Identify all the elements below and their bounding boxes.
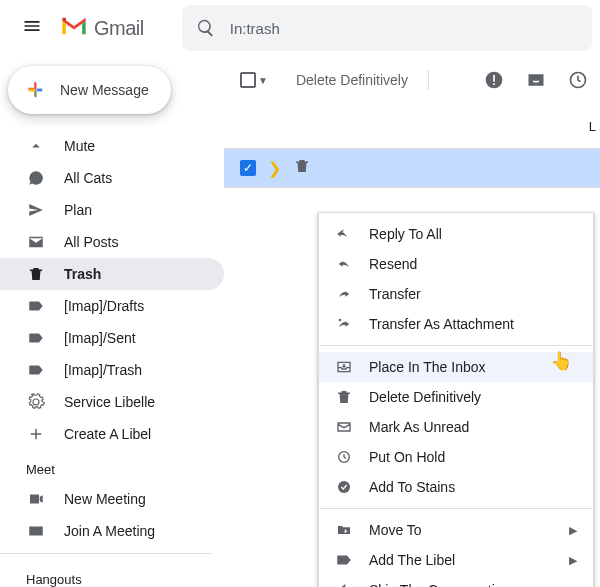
ctx-transfer-as-attachment[interactable]: Transfer As Attachment: [319, 309, 593, 339]
compose-plus-icon: [22, 77, 48, 103]
mail-row[interactable]: ✓ ❯: [224, 148, 600, 188]
select-all-checkbox[interactable]: ▼: [240, 72, 268, 88]
sidebar-item-all-posts[interactable]: All Posts: [0, 226, 224, 258]
label-icon: [26, 328, 46, 348]
label-icon: [26, 360, 46, 380]
ctx-mark-as-unread[interactable]: Mark As Unread: [319, 412, 593, 442]
search-icon: [196, 18, 216, 38]
ctx-place-in-the-inbox[interactable]: Place In The Inbox: [319, 352, 593, 382]
trash-icon: [26, 264, 46, 284]
svg-rect-2: [493, 83, 495, 85]
gmail-wordmark: Gmail: [94, 17, 144, 40]
label-icon: [26, 296, 46, 316]
sidebar-item-create-a-libel[interactable]: Create A Libel: [0, 418, 224, 450]
ctx-put-on-hold[interactable]: Put On Hold: [319, 442, 593, 472]
banner-strip: L: [224, 104, 600, 148]
delete-forever-button[interactable]: Delete Definitively: [296, 72, 408, 88]
ctx-resend[interactable]: Resend: [319, 249, 593, 279]
sidebar-divider: [0, 553, 212, 554]
reply-all-icon: [335, 225, 353, 243]
context-menu-separator: [319, 345, 593, 346]
unread-icon: [335, 418, 353, 436]
ctx-transfer[interactable]: Transfer: [319, 279, 593, 309]
sidebar-item-plan[interactable]: Plan: [0, 194, 224, 226]
meet-section-title: Meet: [0, 450, 224, 483]
ctx-add-the-libel[interactable]: Add The Libel▶: [319, 545, 593, 575]
main-menu-button[interactable]: [8, 4, 56, 52]
add-task-icon: [335, 478, 353, 496]
search-bar[interactable]: [182, 5, 592, 51]
ctx-reply-to-all[interactable]: Reply To All: [319, 219, 593, 249]
sidebar-item--imap-drafts[interactable]: [Imap]/Drafts: [0, 290, 224, 322]
hangouts-section-title: Hangouts: [0, 560, 224, 587]
inbox-icon: [335, 358, 353, 376]
submenu-arrow-icon: ▶: [569, 524, 577, 537]
video-icon: [26, 489, 46, 509]
compose-button[interactable]: New Message: [8, 66, 171, 114]
snooze-clock-icon[interactable]: [568, 70, 588, 90]
gmail-m-icon: [60, 15, 88, 41]
chat-icon: [26, 168, 46, 188]
row-checkbox-checked[interactable]: ✓: [240, 160, 256, 176]
less-icon: [26, 136, 46, 156]
ctx-delete-definitively[interactable]: Delete Definitively: [319, 382, 593, 412]
attach-fwd-icon: [335, 315, 353, 333]
toolbar-separator: [428, 70, 429, 90]
gmail-logo[interactable]: Gmail: [60, 15, 144, 41]
checkbox-icon: [240, 72, 256, 88]
search-input[interactable]: [230, 20, 592, 37]
hamburger-icon: [22, 16, 42, 40]
trash-icon: [335, 388, 353, 406]
folder-icon: [335, 521, 353, 539]
ctx-add-to-stains[interactable]: Add To Stains: [319, 472, 593, 502]
ctx-move-to[interactable]: Move To▶: [319, 515, 593, 545]
sidebar-item-trash[interactable]: Trash: [0, 258, 224, 290]
forward-icon: [335, 285, 353, 303]
svg-point-4: [339, 319, 342, 322]
ctx-skip-the-conversation[interactable]: Skip The Conversation: [319, 575, 593, 587]
svg-point-6: [338, 481, 350, 493]
spam-icon[interactable]: [484, 70, 504, 90]
sidebar-item--imap-trash[interactable]: [Imap]/Trash: [0, 354, 224, 386]
meet-join-meeting[interactable]: Join A Meeting: [0, 515, 224, 547]
sidebar-item--imap-sent[interactable]: [Imap]/Sent: [0, 322, 224, 354]
sidebar-item-service-libelle[interactable]: Service Libelle: [0, 386, 224, 418]
keyboard-icon: [26, 521, 46, 541]
trash-icon: [293, 157, 311, 179]
meet-new-meeting[interactable]: New Meeting: [0, 483, 224, 515]
context-menu-separator: [319, 508, 593, 509]
settings-icon: [26, 392, 46, 412]
chevron-down-icon: ▼: [258, 75, 268, 86]
sidebar-item-all-cats[interactable]: All Cats: [0, 162, 224, 194]
mail-icon: [26, 232, 46, 252]
mute-icon: [335, 581, 353, 587]
reply-icon: [335, 255, 353, 273]
svg-rect-1: [493, 75, 495, 82]
importance-marker-icon[interactable]: ❯: [268, 159, 281, 178]
move-to-inbox-icon[interactable]: [526, 70, 546, 90]
plus-icon: [26, 424, 46, 444]
sidebar-item-mute[interactable]: Mute: [0, 130, 224, 162]
compose-label: New Message: [60, 82, 149, 98]
submenu-arrow-icon: ▶: [569, 554, 577, 567]
send-icon: [26, 200, 46, 220]
context-menu: Reply To AllResendTransferTransfer As At…: [318, 212, 594, 587]
clock-icon: [335, 448, 353, 466]
label-icon: [335, 551, 353, 569]
